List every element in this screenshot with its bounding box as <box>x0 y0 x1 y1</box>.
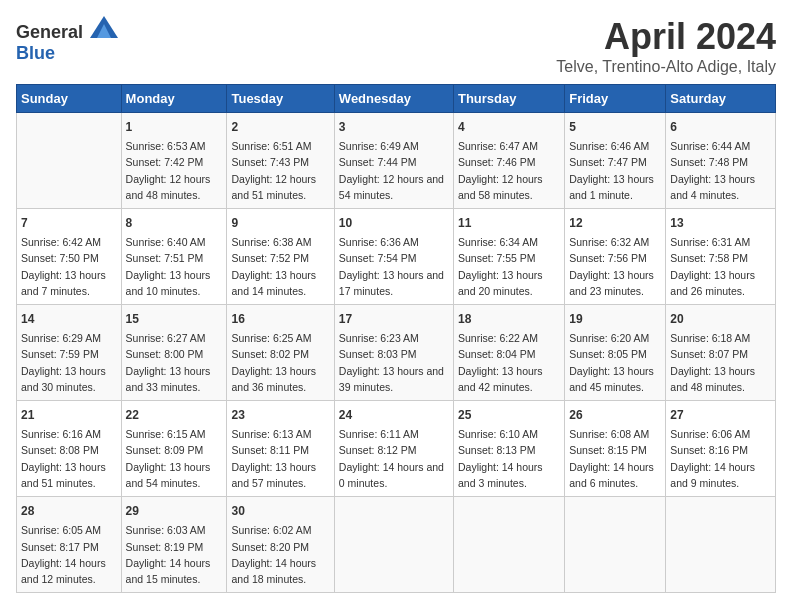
day-number: 4 <box>458 118 560 136</box>
day-info: Sunrise: 6:53 AMSunset: 7:42 PMDaylight:… <box>126 138 223 203</box>
day-info: Sunrise: 6:02 AMSunset: 8:20 PMDaylight:… <box>231 522 329 587</box>
logo-blue: Blue <box>16 43 55 63</box>
calendar-week-row: 21Sunrise: 6:16 AMSunset: 8:08 PMDayligh… <box>17 401 776 497</box>
calendar-cell <box>666 497 776 593</box>
calendar-cell <box>453 497 564 593</box>
calendar-cell: 23Sunrise: 6:13 AMSunset: 8:11 PMDayligh… <box>227 401 334 497</box>
calendar-cell: 24Sunrise: 6:11 AMSunset: 8:12 PMDayligh… <box>334 401 453 497</box>
day-number: 9 <box>231 214 329 232</box>
logo-text: General Blue <box>16 16 118 64</box>
calendar-cell: 18Sunrise: 6:22 AMSunset: 8:04 PMDayligh… <box>453 305 564 401</box>
calendar-cell: 15Sunrise: 6:27 AMSunset: 8:00 PMDayligh… <box>121 305 227 401</box>
calendar-cell: 27Sunrise: 6:06 AMSunset: 8:16 PMDayligh… <box>666 401 776 497</box>
weekday-header-sunday: Sunday <box>17 85 122 113</box>
day-number: 17 <box>339 310 449 328</box>
calendar-cell: 6Sunrise: 6:44 AMSunset: 7:48 PMDaylight… <box>666 113 776 209</box>
day-info: Sunrise: 6:31 AMSunset: 7:58 PMDaylight:… <box>670 234 771 299</box>
logo-general: General <box>16 22 83 42</box>
calendar-week-row: 7Sunrise: 6:42 AMSunset: 7:50 PMDaylight… <box>17 209 776 305</box>
day-number: 13 <box>670 214 771 232</box>
calendar-cell: 20Sunrise: 6:18 AMSunset: 8:07 PMDayligh… <box>666 305 776 401</box>
calendar-week-row: 1Sunrise: 6:53 AMSunset: 7:42 PMDaylight… <box>17 113 776 209</box>
calendar-body: 1Sunrise: 6:53 AMSunset: 7:42 PMDaylight… <box>17 113 776 593</box>
day-number: 11 <box>458 214 560 232</box>
logo: General Blue <box>16 16 118 64</box>
calendar-cell <box>565 497 666 593</box>
day-number: 14 <box>21 310 117 328</box>
weekday-header-saturday: Saturday <box>666 85 776 113</box>
day-number: 18 <box>458 310 560 328</box>
calendar-cell: 3Sunrise: 6:49 AMSunset: 7:44 PMDaylight… <box>334 113 453 209</box>
day-info: Sunrise: 6:15 AMSunset: 8:09 PMDaylight:… <box>126 426 223 491</box>
calendar-week-row: 14Sunrise: 6:29 AMSunset: 7:59 PMDayligh… <box>17 305 776 401</box>
header: General Blue April 2024 Telve, Trentino-… <box>16 16 776 76</box>
day-info: Sunrise: 6:23 AMSunset: 8:03 PMDaylight:… <box>339 330 449 395</box>
calendar-cell: 8Sunrise: 6:40 AMSunset: 7:51 PMDaylight… <box>121 209 227 305</box>
day-info: Sunrise: 6:25 AMSunset: 8:02 PMDaylight:… <box>231 330 329 395</box>
day-number: 20 <box>670 310 771 328</box>
day-number: 12 <box>569 214 661 232</box>
day-number: 28 <box>21 502 117 520</box>
day-info: Sunrise: 6:34 AMSunset: 7:55 PMDaylight:… <box>458 234 560 299</box>
calendar-cell: 28Sunrise: 6:05 AMSunset: 8:17 PMDayligh… <box>17 497 122 593</box>
day-info: Sunrise: 6:10 AMSunset: 8:13 PMDaylight:… <box>458 426 560 491</box>
page-title: April 2024 <box>556 16 776 58</box>
day-number: 22 <box>126 406 223 424</box>
day-number: 30 <box>231 502 329 520</box>
day-info: Sunrise: 6:08 AMSunset: 8:15 PMDaylight:… <box>569 426 661 491</box>
weekday-header-wednesday: Wednesday <box>334 85 453 113</box>
day-info: Sunrise: 6:46 AMSunset: 7:47 PMDaylight:… <box>569 138 661 203</box>
day-number: 6 <box>670 118 771 136</box>
calendar-cell: 11Sunrise: 6:34 AMSunset: 7:55 PMDayligh… <box>453 209 564 305</box>
calendar-cell: 30Sunrise: 6:02 AMSunset: 8:20 PMDayligh… <box>227 497 334 593</box>
calendar-cell: 19Sunrise: 6:20 AMSunset: 8:05 PMDayligh… <box>565 305 666 401</box>
day-number: 10 <box>339 214 449 232</box>
calendar-header-row: SundayMondayTuesdayWednesdayThursdayFrid… <box>17 85 776 113</box>
calendar-cell: 17Sunrise: 6:23 AMSunset: 8:03 PMDayligh… <box>334 305 453 401</box>
day-number: 25 <box>458 406 560 424</box>
day-number: 1 <box>126 118 223 136</box>
calendar-cell: 13Sunrise: 6:31 AMSunset: 7:58 PMDayligh… <box>666 209 776 305</box>
calendar-cell: 5Sunrise: 6:46 AMSunset: 7:47 PMDaylight… <box>565 113 666 209</box>
calendar-cell: 29Sunrise: 6:03 AMSunset: 8:19 PMDayligh… <box>121 497 227 593</box>
day-info: Sunrise: 6:18 AMSunset: 8:07 PMDaylight:… <box>670 330 771 395</box>
title-area: April 2024 Telve, Trentino-Alto Adige, I… <box>556 16 776 76</box>
day-info: Sunrise: 6:13 AMSunset: 8:11 PMDaylight:… <box>231 426 329 491</box>
day-number: 27 <box>670 406 771 424</box>
calendar-cell: 2Sunrise: 6:51 AMSunset: 7:43 PMDaylight… <box>227 113 334 209</box>
day-info: Sunrise: 6:51 AMSunset: 7:43 PMDaylight:… <box>231 138 329 203</box>
calendar-cell <box>334 497 453 593</box>
day-info: Sunrise: 6:36 AMSunset: 7:54 PMDaylight:… <box>339 234 449 299</box>
day-number: 3 <box>339 118 449 136</box>
calendar-cell: 1Sunrise: 6:53 AMSunset: 7:42 PMDaylight… <box>121 113 227 209</box>
logo-icon <box>90 16 118 38</box>
day-info: Sunrise: 6:22 AMSunset: 8:04 PMDaylight:… <box>458 330 560 395</box>
calendar-week-row: 28Sunrise: 6:05 AMSunset: 8:17 PMDayligh… <box>17 497 776 593</box>
day-info: Sunrise: 6:49 AMSunset: 7:44 PMDaylight:… <box>339 138 449 203</box>
day-info: Sunrise: 6:44 AMSunset: 7:48 PMDaylight:… <box>670 138 771 203</box>
day-number: 2 <box>231 118 329 136</box>
day-info: Sunrise: 6:29 AMSunset: 7:59 PMDaylight:… <box>21 330 117 395</box>
day-info: Sunrise: 6:05 AMSunset: 8:17 PMDaylight:… <box>21 522 117 587</box>
calendar-cell: 16Sunrise: 6:25 AMSunset: 8:02 PMDayligh… <box>227 305 334 401</box>
day-number: 21 <box>21 406 117 424</box>
calendar-cell: 25Sunrise: 6:10 AMSunset: 8:13 PMDayligh… <box>453 401 564 497</box>
day-info: Sunrise: 6:16 AMSunset: 8:08 PMDaylight:… <box>21 426 117 491</box>
weekday-header-friday: Friday <box>565 85 666 113</box>
day-number: 19 <box>569 310 661 328</box>
day-info: Sunrise: 6:38 AMSunset: 7:52 PMDaylight:… <box>231 234 329 299</box>
day-number: 8 <box>126 214 223 232</box>
day-info: Sunrise: 6:32 AMSunset: 7:56 PMDaylight:… <box>569 234 661 299</box>
day-info: Sunrise: 6:40 AMSunset: 7:51 PMDaylight:… <box>126 234 223 299</box>
calendar-cell: 12Sunrise: 6:32 AMSunset: 7:56 PMDayligh… <box>565 209 666 305</box>
calendar-cell <box>17 113 122 209</box>
calendar-cell: 26Sunrise: 6:08 AMSunset: 8:15 PMDayligh… <box>565 401 666 497</box>
page-subtitle: Telve, Trentino-Alto Adige, Italy <box>556 58 776 76</box>
day-number: 7 <box>21 214 117 232</box>
calendar-cell: 22Sunrise: 6:15 AMSunset: 8:09 PMDayligh… <box>121 401 227 497</box>
day-info: Sunrise: 6:27 AMSunset: 8:00 PMDaylight:… <box>126 330 223 395</box>
weekday-header-monday: Monday <box>121 85 227 113</box>
calendar-cell: 9Sunrise: 6:38 AMSunset: 7:52 PMDaylight… <box>227 209 334 305</box>
day-info: Sunrise: 6:11 AMSunset: 8:12 PMDaylight:… <box>339 426 449 491</box>
day-info: Sunrise: 6:42 AMSunset: 7:50 PMDaylight:… <box>21 234 117 299</box>
